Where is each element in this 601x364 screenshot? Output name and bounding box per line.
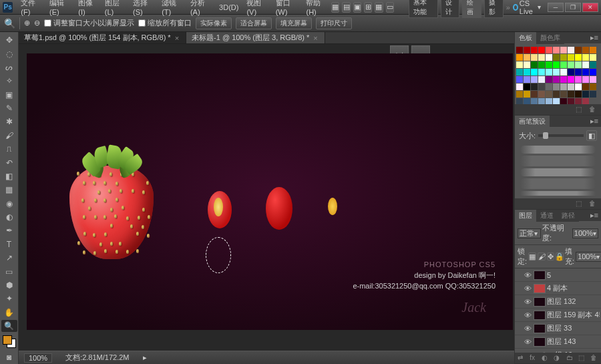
swatch[interactable] (546, 76, 552, 83)
zoom-out-icon[interactable]: ⊖ (34, 19, 40, 27)
swatch[interactable] (553, 98, 560, 104)
document-tab-2[interactable]: 未标题-1 @ 100% (图层 3, RGB/8) *× (186, 32, 325, 43)
swatch[interactable] (524, 61, 530, 68)
swatch[interactable] (590, 69, 596, 75)
brush-tool[interactable]: 🖌 (1, 130, 17, 142)
swatch[interactable] (560, 47, 567, 53)
swatch[interactable] (546, 47, 552, 53)
new-group-icon[interactable]: 🗀 (566, 354, 574, 362)
layer-fx-icon[interactable]: fx (530, 354, 538, 362)
dodge-tool[interactable]: ◐ (1, 211, 17, 223)
swatch[interactable] (568, 69, 574, 75)
swatch[interactable] (538, 47, 545, 53)
swatch[interactable] (575, 91, 582, 98)
close-tab-icon[interactable]: × (175, 34, 179, 42)
swatch[interactable] (524, 98, 530, 104)
swatch[interactable] (531, 69, 538, 75)
brush-stroke-list[interactable] (519, 144, 597, 196)
swatch[interactable] (538, 91, 545, 98)
delete-brush-icon[interactable]: 🗑 (589, 200, 598, 208)
swatch[interactable] (590, 61, 596, 68)
fill-input[interactable]: 100%▾ (576, 252, 601, 262)
menu-view[interactable]: 视图(V) (242, 0, 271, 16)
visibility-toggle[interactable]: 👁 (523, 271, 532, 279)
swatch[interactable] (516, 83, 523, 90)
swatch[interactable] (546, 61, 552, 68)
swatch[interactable] (590, 47, 596, 53)
close-tab-icon[interactable]: × (313, 34, 317, 42)
swatches-tab[interactable]: 色板 (515, 32, 536, 44)
swatch[interactable] (590, 83, 596, 90)
eraser-tool[interactable]: ◧ (1, 170, 17, 182)
swatch[interactable] (516, 47, 523, 53)
visibility-toggle[interactable]: 👁 (523, 285, 532, 293)
swatch[interactable] (553, 61, 560, 68)
color-picker[interactable] (3, 335, 16, 347)
swatch[interactable] (524, 83, 530, 90)
panel-menu-icon[interactable]: ▸≡ (588, 117, 601, 126)
crop-tool[interactable]: ▣ (1, 89, 17, 101)
hand-tool[interactable]: ✋ (1, 307, 17, 319)
lock-position-icon[interactable]: ✥ (547, 252, 554, 260)
wand-tool[interactable]: ✧ (1, 75, 17, 87)
new-brush-icon[interactable]: ⬚ (576, 200, 585, 208)
status-menu-icon[interactable]: ▸ (143, 353, 147, 362)
zoom-level[interactable]: 100% (24, 353, 52, 363)
blur-tool[interactable]: ◉ (1, 198, 17, 210)
3d-tool[interactable]: ⬢ (1, 279, 17, 291)
swatch[interactable] (531, 47, 538, 53)
swatch[interactable] (568, 47, 574, 53)
swatch[interactable] (575, 69, 582, 75)
visibility-toggle[interactable]: 👁 (523, 311, 532, 319)
layer-thumbnail[interactable] (534, 337, 546, 347)
menu-analysis[interactable]: 分析(A) (186, 0, 215, 16)
layer-row[interactable]: 👁5 (515, 268, 601, 282)
swatch[interactable] (582, 61, 589, 68)
fit-screen-button[interactable]: 适合屏幕 (236, 17, 272, 29)
swatch[interactable] (553, 76, 560, 83)
swatch[interactable] (531, 61, 538, 68)
swatch[interactable] (568, 76, 574, 83)
swatch[interactable] (516, 54, 523, 61)
swatch[interactable] (568, 54, 574, 61)
canvas[interactable]: PHOTOSHOP CS5 design by Daikefan 啊一! e-m… (27, 53, 513, 330)
adj-layer-icon[interactable]: ◑ (554, 354, 562, 362)
layer-thumbnail[interactable] (534, 270, 546, 280)
swatch[interactable] (575, 83, 582, 90)
swatch[interactable] (524, 47, 530, 53)
history-brush-tool[interactable]: ↶ (1, 156, 17, 168)
swatch[interactable] (531, 98, 538, 104)
arrange-docs-icon[interactable]: ▦ (375, 2, 383, 13)
swatch[interactable] (524, 54, 530, 61)
swatch[interactable] (553, 54, 560, 61)
swatch[interactable] (524, 76, 530, 83)
opacity-input[interactable]: 100%▾ (572, 228, 598, 238)
delete-layer-icon[interactable]: 🗑 (590, 354, 598, 362)
swatch[interactable] (568, 91, 574, 98)
swatch[interactable] (516, 69, 523, 75)
panel-menu-icon[interactable]: ▸≡ (588, 211, 601, 220)
visibility-toggle[interactable]: 👁 (523, 325, 532, 333)
channels-tab[interactable]: 通道 (536, 210, 558, 222)
swatch[interactable] (582, 98, 589, 104)
paths-tab[interactable]: 路径 (558, 210, 579, 222)
menu-3d[interactable]: 3D(D) (215, 3, 242, 11)
swatch[interactable] (538, 54, 545, 61)
visibility-toggle[interactable]: 👁 (523, 338, 532, 346)
eyedropper-tool[interactable]: ✎ (1, 102, 17, 114)
lock-pixels-icon[interactable]: 🖌 (538, 252, 546, 260)
swatch[interactable] (531, 91, 538, 98)
shape-tool[interactable]: ▭ (1, 265, 17, 277)
swatch[interactable] (538, 61, 545, 68)
gradient-tool[interactable]: ▦ (1, 184, 17, 196)
resize-windows-checkbox[interactable]: 调整窗口大小以满屏显示 (44, 18, 134, 28)
swatch[interactable] (575, 54, 582, 61)
menu-layer[interactable]: 图层(L) (101, 0, 129, 16)
new-layer-icon[interactable]: ⬚ (578, 354, 586, 362)
layer-thumbnail[interactable] (534, 297, 546, 307)
swatch[interactable] (516, 91, 523, 98)
swatch[interactable] (516, 98, 523, 104)
zoom-tool[interactable]: 🔍 (1, 320, 17, 332)
swatch[interactable] (531, 76, 538, 83)
window-restore-button[interactable]: ❐ (565, 3, 581, 12)
